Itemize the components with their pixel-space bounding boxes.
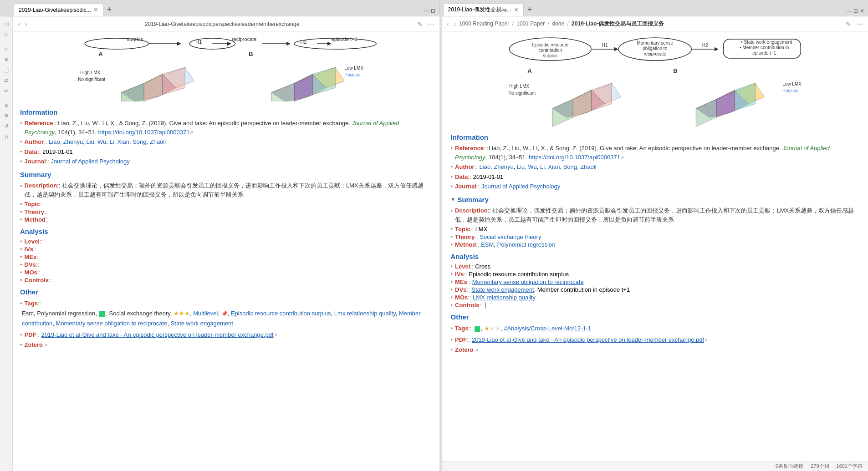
new-tab-right-button[interactable]: +	[525, 3, 535, 16]
right-journal-value[interactable]: Journal of Applied Psychology	[481, 183, 560, 190]
left-author-1[interactable]: Liao, Zhenyu	[49, 138, 83, 145]
svg-text:H2: H2	[702, 43, 708, 48]
svg-marker-18	[144, 74, 162, 101]
right-mes-value[interactable]: Momentary sense obligation to reciprocat…	[472, 279, 584, 285]
left-edit-button[interactable]: ✎	[416, 20, 424, 28]
svg-marker-60	[716, 90, 735, 117]
right-zotero-ext-icon: ↗	[475, 348, 478, 353]
left-tag-poly[interactable]: Polynomial regression	[37, 310, 95, 317]
sidebar-icon-expand[interactable]: ⟨⟩	[2, 132, 11, 141]
pin-icon: 📌	[221, 311, 228, 316]
left-tag-esm[interactable]: Esm	[22, 310, 34, 317]
tab-left-1[interactable]: 2019-Liao-Givetakeepisodic... ✕	[14, 3, 103, 16]
right-dvs-value-1[interactable]: State work engagement	[471, 286, 534, 293]
sidebar-icon-refresh[interactable]: ↺	[2, 122, 11, 131]
breadcrumb-part-1[interactable]: 1000 Reading Paper	[459, 20, 509, 27]
left-doi-link[interactable]: https://doi.org/10.1037/apl0000371	[98, 129, 189, 136]
left-back-button[interactable]: ‹	[16, 20, 21, 28]
right-theory-value[interactable]: Social exchange theory	[480, 233, 541, 240]
right-more-button[interactable]: ⋯	[854, 20, 864, 28]
right-doi-link[interactable]: https://doi.org/10.1037/apl0000371	[529, 154, 620, 161]
window-close-icon[interactable]: ✕	[860, 8, 864, 14]
window-minimize-right-icon[interactable]: —	[846, 8, 852, 14]
status-text-1: 0条反向链接	[776, 463, 803, 470]
right-author-2[interactable]: Liu, Wu	[517, 163, 537, 170]
svg-marker-25	[271, 83, 294, 101]
sidebar-icon-file[interactable]: 🗂	[2, 76, 11, 85]
collapse-toggle-icon[interactable]: ▼	[451, 197, 456, 202]
right-description-row: • Description:: 社会交换理论，偶发性交易；额外的资源贡献会引发员…	[451, 206, 859, 225]
svg-text:Momentary sense: Momentary sense	[637, 41, 673, 46]
right-pdf-link[interactable]: 2019-Liao et al-Give and take - An episo…	[472, 336, 704, 343]
sidebar-icon-settings[interactable]: ⚙	[2, 111, 11, 120]
right-ivs-value: Episodic resource contribution surplus	[469, 271, 569, 278]
right-mos-value[interactable]: LMX relationship quality	[473, 294, 536, 301]
right-controls-cursor[interactable]	[485, 302, 487, 309]
right-zotero-label: Zotero	[455, 346, 473, 353]
right-green-square-icon	[475, 326, 480, 332]
breadcrumb-part-2[interactable]: 1001 Paper	[516, 20, 545, 27]
left-reference-row: • Reference:::Liao, Z., Liu, W., Li, X.,…	[20, 119, 432, 137]
left-analysis-heading: Analysis	[20, 228, 432, 235]
svg-text:reciprocate: reciprocate	[232, 36, 256, 42]
left-data-label: Data:	[25, 148, 40, 155]
tab-right-1[interactable]: 2019-Liao-偶发性交易与... ✕	[443, 3, 524, 16]
right-edit-button[interactable]: ✎	[844, 20, 853, 28]
left-theory-row: • Theory::	[20, 208, 432, 215]
right-theory-label: Theory	[455, 233, 475, 240]
left-summary-heading: Summary	[20, 171, 432, 178]
left-pane-scroll[interactable]: surplus H1 reciprocate H2 episode t+1	[13, 32, 439, 471]
sidebar-icon-table[interactable]: ⊟	[2, 101, 11, 110]
svg-text:• State work engagement: • State work engagement	[741, 40, 792, 45]
right-data-value: 2019-01-01	[473, 173, 504, 180]
svg-point-9	[85, 38, 148, 49]
right-chart-image: Episodic resource contribution surplus H…	[451, 35, 859, 128]
sidebar-icon-grid[interactable]: ⊞	[2, 55, 11, 64]
right-method-esm[interactable]: ESM	[481, 241, 494, 248]
left-more-button[interactable]: ⋯	[426, 20, 436, 28]
right-forward-button[interactable]: ›	[452, 20, 457, 28]
left-author-3[interactable]: Li, Xian	[110, 138, 129, 145]
left-desc-text: :: 社会交换理论，偶发性交易；额外的资源贡献会引发员工的回报义务，进而影响工作…	[25, 182, 424, 198]
left-pdf-link[interactable]: 2019-Liao et al-Give and take - An episo…	[41, 331, 273, 338]
right-author-3[interactable]: Li, Xian	[540, 163, 560, 170]
window-tile-icon[interactable]: ⊡	[431, 8, 435, 14]
right-pane-scroll[interactable]: Episodic resource contribution surplus H…	[442, 32, 868, 461]
right-back-button[interactable]: ‹	[445, 20, 450, 28]
right-dvs-label: DVs	[455, 286, 466, 293]
left-tag-lmx[interactable]: Lmx relationship quality	[334, 310, 396, 317]
right-method-poly[interactable]: Polynomial regression	[497, 241, 556, 248]
right-summary-header[interactable]: ▼ Summary	[451, 196, 859, 203]
sidebar-icon-forward[interactable]: ▷	[2, 30, 11, 39]
right-tag-analysis[interactable]: #Analysis/Cross-Level-Mo/12-1-1	[504, 325, 591, 332]
right-author-4[interactable]: Song, Zhaoli	[563, 163, 597, 170]
right-author-1[interactable]: Liao, Zhenyu	[480, 163, 514, 170]
new-tab-left-button[interactable]: +	[104, 3, 115, 16]
tab-close-icon[interactable]: ✕	[93, 6, 98, 13]
sidebar-icon-doc[interactable]: 📄	[2, 65, 11, 74]
right-summary-heading: Summary	[457, 196, 488, 203]
window-restore-icon[interactable]: ⊡	[853, 8, 858, 14]
left-author-4[interactable]: Song, Zhaoli	[133, 138, 166, 145]
breadcrumb-sep-3: /	[567, 20, 568, 27]
pdf-external-icon: ↗	[274, 333, 277, 338]
svg-text:No significant: No significant	[78, 77, 105, 82]
left-journal-value[interactable]: Journal of Applied Psychology	[51, 158, 129, 165]
svg-marker-17	[121, 83, 144, 101]
breadcrumb-part-3[interactable]: done	[552, 20, 564, 27]
left-method-label: Method	[25, 216, 46, 223]
left-tag-state[interactable]: State work engagement	[171, 320, 233, 327]
left-tag-multilevel[interactable]: Multilevel	[193, 310, 218, 317]
window-minimize-icon[interactable]: ⋯	[424, 8, 429, 14]
sidebar-icon-back[interactable]: ◁	[2, 19, 11, 28]
left-tag-social[interactable]: Social exchange theory	[109, 310, 170, 317]
sidebar-icon-arrow[interactable]: ⊳	[2, 86, 11, 95]
left-tag-momentary[interactable]: Momentary sense obligation to reciprocat…	[56, 320, 167, 327]
left-author-2[interactable]: Liu, Wu	[86, 138, 106, 145]
right-topic-row: • Topic:: LMX	[451, 226, 859, 233]
tab-right-close-icon[interactable]: ✕	[514, 6, 519, 13]
sidebar-icon-home[interactable]: ⌂	[2, 44, 11, 53]
left-tag-episodic[interactable]: Episodic resource contribution surplus	[231, 310, 331, 317]
left-forward-button[interactable]: ›	[23, 20, 28, 28]
right-journal-row: • Journal:: Journal of Applied Psycholog…	[451, 182, 859, 191]
